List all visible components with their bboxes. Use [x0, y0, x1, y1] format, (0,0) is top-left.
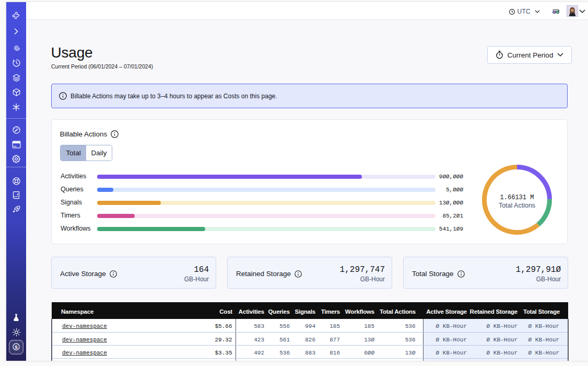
- svg-text:$: $: [15, 344, 18, 350]
